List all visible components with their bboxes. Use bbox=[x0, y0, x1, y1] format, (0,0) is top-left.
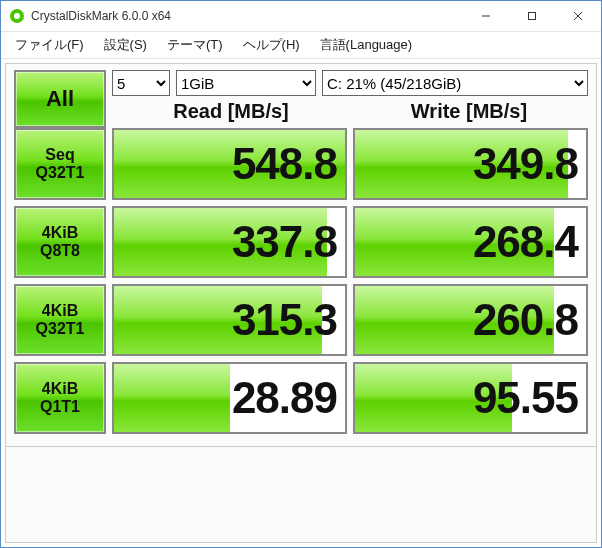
minimize-button[interactable] bbox=[463, 1, 509, 31]
menu-theme[interactable]: テーマ(T) bbox=[157, 33, 233, 57]
seq-q32t1-button[interactable]: Seq Q32T1 bbox=[14, 128, 106, 200]
close-button[interactable] bbox=[555, 1, 601, 31]
read-bar bbox=[114, 364, 230, 432]
app-icon bbox=[9, 8, 25, 24]
read-header: Read [MB/s] bbox=[112, 100, 350, 128]
4k-q8t8-write-cell: 268.4 bbox=[353, 206, 588, 278]
seq-q32t1-read-cell: 548.8 bbox=[112, 128, 347, 200]
content-area: All 5 1GiB C: 21% (45/218GiB) Read [ bbox=[5, 63, 597, 543]
4k-q1t1-button[interactable]: 4KiB Q1T1 bbox=[14, 362, 106, 434]
drive-select[interactable]: C: 21% (45/218GiB) bbox=[322, 70, 588, 96]
write-header: Write [MB/s] bbox=[350, 100, 588, 128]
4k-q8t8-read-cell: 337.8 bbox=[112, 206, 347, 278]
status-bar bbox=[6, 446, 596, 469]
write-value: 260.8 bbox=[473, 298, 578, 342]
menu-file[interactable]: ファイル(F) bbox=[5, 33, 94, 57]
write-value: 349.8 bbox=[473, 142, 578, 186]
maximize-icon bbox=[527, 11, 537, 21]
test-label-line1: 4KiB bbox=[42, 380, 78, 398]
test-label-line1: 4KiB bbox=[42, 302, 78, 320]
benchmark-grid: Seq Q32T1 548.8 349.8 4KiB Q8T8 bbox=[6, 128, 596, 446]
test-label-line1: 4KiB bbox=[42, 224, 78, 242]
run-all-label: All bbox=[46, 87, 74, 111]
4k-q1t1-write-cell: 95.55 bbox=[353, 362, 588, 434]
bench-row: Seq Q32T1 548.8 349.8 bbox=[14, 128, 588, 200]
4k-q32t1-read-cell: 315.3 bbox=[112, 284, 347, 356]
menu-language[interactable]: 言語(Language) bbox=[310, 33, 423, 57]
test-size-select[interactable]: 1GiB bbox=[176, 70, 316, 96]
test-label-line2: Q32T1 bbox=[36, 164, 85, 182]
test-label-line2: Q1T1 bbox=[40, 398, 80, 416]
read-value: 315.3 bbox=[232, 298, 337, 342]
seq-q32t1-write-cell: 349.8 bbox=[353, 128, 588, 200]
read-value: 28.89 bbox=[232, 376, 337, 420]
close-icon bbox=[573, 11, 583, 21]
maximize-button[interactable] bbox=[509, 1, 555, 31]
svg-point-1 bbox=[14, 13, 20, 19]
4k-q32t1-button[interactable]: 4KiB Q32T1 bbox=[14, 284, 106, 356]
bench-row: 4KiB Q8T8 337.8 268.4 bbox=[14, 206, 588, 278]
controls-row: All 5 1GiB C: 21% (45/218GiB) Read [ bbox=[6, 64, 596, 128]
write-value: 268.4 bbox=[473, 220, 578, 264]
4k-q32t1-write-cell: 260.8 bbox=[353, 284, 588, 356]
read-value: 548.8 bbox=[232, 142, 337, 186]
runs-select[interactable]: 5 bbox=[112, 70, 170, 96]
4k-q1t1-read-cell: 28.89 bbox=[112, 362, 347, 434]
titlebar: CrystalDiskMark 6.0.0 x64 bbox=[1, 1, 601, 32]
menu-help[interactable]: ヘルプ(H) bbox=[233, 33, 310, 57]
minimize-icon bbox=[481, 11, 491, 21]
app-window: CrystalDiskMark 6.0.0 x64 ファイル(F) 設定(S) … bbox=[0, 0, 602, 548]
bench-row: 4KiB Q32T1 315.3 260.8 bbox=[14, 284, 588, 356]
selectors: 5 1GiB C: 21% (45/218GiB) Read [MB/s] Wr… bbox=[112, 70, 588, 128]
menu-bar: ファイル(F) 設定(S) テーマ(T) ヘルプ(H) 言語(Language) bbox=[1, 32, 601, 59]
run-all-button[interactable]: All bbox=[14, 70, 106, 128]
test-label-line2: Q32T1 bbox=[36, 320, 85, 338]
test-label-line2: Q8T8 bbox=[40, 242, 80, 260]
write-value: 95.55 bbox=[473, 376, 578, 420]
window-buttons bbox=[463, 1, 601, 31]
4k-q8t8-button[interactable]: 4KiB Q8T8 bbox=[14, 206, 106, 278]
menu-settings[interactable]: 設定(S) bbox=[94, 33, 157, 57]
window-title: CrystalDiskMark 6.0.0 x64 bbox=[31, 9, 463, 23]
bench-row: 4KiB Q1T1 28.89 95.55 bbox=[14, 362, 588, 434]
read-value: 337.8 bbox=[232, 220, 337, 264]
test-label-line1: Seq bbox=[45, 146, 74, 164]
svg-rect-3 bbox=[529, 13, 536, 20]
